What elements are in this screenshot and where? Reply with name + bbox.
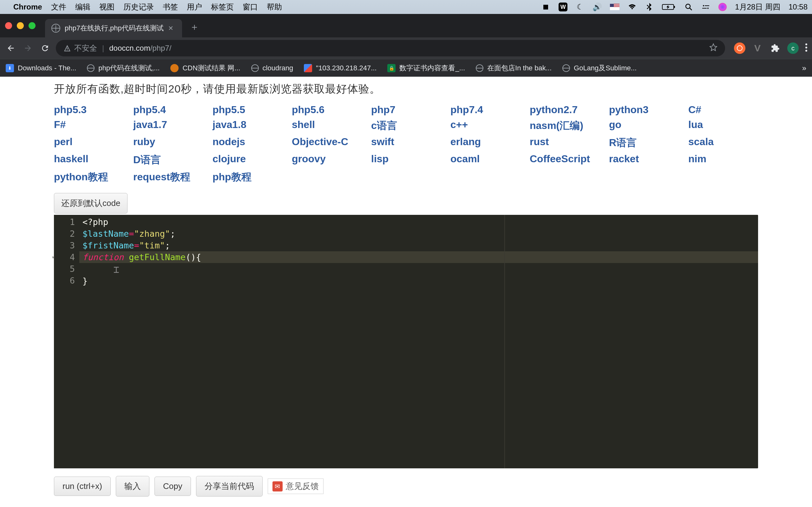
lang-link[interactable]: php7.4: [450, 104, 523, 116]
volume-icon[interactable]: 🔊: [593, 3, 602, 11]
lang-link[interactable]: python3: [609, 104, 682, 116]
menu-window[interactable]: 窗口: [243, 2, 258, 12]
globe-icon: [51, 24, 60, 33]
lang-link[interactable]: swift: [371, 136, 444, 150]
code-editor[interactable]: 1 2 3 ▾4 5 6 <?php $lastName="zhang"; $f…: [54, 215, 758, 468]
menubar-date[interactable]: 1月28日 周四: [735, 2, 780, 12]
close-icon[interactable]: ✕: [168, 24, 176, 32]
menu-history[interactable]: 历史记录: [123, 2, 154, 12]
lang-link[interactable]: racket: [609, 153, 682, 167]
stop-icon[interactable]: ⏹: [542, 3, 550, 11]
menu-user[interactable]: 用户: [187, 2, 202, 12]
share-button[interactable]: 分享当前代码: [196, 476, 263, 497]
bookmark-item[interactable]: cloudrang: [251, 64, 293, 72]
lang-link[interactable]: ruby: [133, 136, 206, 150]
menu-tabs[interactable]: 标签页: [211, 2, 234, 12]
bookmark-item[interactable]: "103.230.218.247...: [304, 64, 376, 72]
bookmark-item[interactable]: php代码在线测试,...: [87, 63, 159, 73]
code-area[interactable]: <?php $lastName="zhang"; $fristName="tim…: [79, 215, 758, 468]
line-number: 6: [54, 275, 75, 286]
lang-link[interactable]: CoffeeScript: [530, 153, 603, 167]
bookmark-item[interactable]: 在面包店In the bak...: [476, 63, 552, 73]
siri-icon[interactable]: [718, 3, 727, 11]
bookmarks-bar: ⬇Downloads - The... php代码在线测试,... CDN测试结…: [0, 59, 812, 77]
control-center-icon[interactable]: [701, 3, 710, 11]
reload-button[interactable]: [39, 42, 51, 55]
lang-link[interactable]: ocaml: [450, 153, 523, 167]
lang-link[interactable]: java1.7: [133, 119, 206, 133]
lang-link[interactable]: rust: [530, 136, 603, 150]
lang-link[interactable]: nodejs: [212, 136, 286, 150]
bookmark-item[interactable]: 🔒数字证书内容查看_...: [387, 63, 465, 73]
browser-tab[interactable]: php7在线执行,php代码在线测试 ✕: [45, 19, 182, 38]
bluetooth-icon[interactable]: [645, 3, 654, 11]
reset-code-button[interactable]: 还原到默认code: [54, 193, 128, 214]
bookmark-item[interactable]: CDN测试结果 网...: [170, 63, 240, 73]
spotlight-icon[interactable]: [684, 3, 693, 11]
extensions-icon[interactable]: [769, 43, 781, 54]
extension-icon-2[interactable]: V: [752, 43, 763, 54]
favicon-icon: [170, 64, 179, 72]
lang-link[interactable]: perl: [54, 136, 127, 150]
lang-link[interactable]: php5.6: [292, 104, 365, 116]
insecure-warning[interactable]: 不安全: [63, 43, 97, 53]
copy-button[interactable]: Copy: [154, 476, 191, 496]
lang-link[interactable]: Objective-C: [292, 136, 365, 150]
lang-link[interactable]: python2.7: [530, 104, 603, 116]
moon-icon[interactable]: ☾: [576, 3, 585, 11]
app-name[interactable]: Chrome: [13, 3, 42, 11]
input-button[interactable]: 输入: [116, 476, 149, 497]
menubar-time[interactable]: 10:58: [789, 3, 808, 11]
lang-link[interactable]: python教程: [54, 170, 127, 184]
wifi-icon[interactable]: [628, 3, 637, 11]
new-tab-button[interactable]: ＋: [190, 20, 199, 34]
menu-help[interactable]: 帮助: [267, 2, 282, 12]
window-close-button[interactable]: [5, 22, 12, 29]
window-minimize-button[interactable]: [17, 22, 24, 29]
lang-link[interactable]: php5.4: [133, 104, 206, 116]
lang-link[interactable]: D语言: [133, 153, 206, 167]
lang-link[interactable]: F#: [54, 119, 127, 133]
address-bar[interactable]: 不安全 | dooccn.com/php7/: [56, 40, 725, 56]
feedback-link[interactable]: ✉ 意见反馈: [268, 478, 323, 494]
lang-link[interactable]: php教程: [212, 170, 286, 184]
bookmark-item[interactable]: GoLang及Sublime...: [562, 63, 637, 73]
bookmark-item[interactable]: ⬇Downloads - The...: [6, 64, 76, 72]
lang-link[interactable]: shell: [292, 119, 365, 133]
lang-link[interactable]: go: [609, 119, 682, 133]
lang-link[interactable]: nasm(汇编): [530, 119, 603, 133]
lang-link[interactable]: haskell: [54, 153, 127, 167]
lang-link[interactable]: request教程: [133, 170, 206, 184]
lang-link[interactable]: php7: [371, 104, 444, 116]
run-button[interactable]: run (ctrl+x): [54, 476, 111, 496]
wps-icon[interactable]: W: [559, 3, 567, 11]
lang-link[interactable]: php5.5: [212, 104, 286, 116]
chrome-menu-button[interactable]: [805, 43, 808, 53]
lang-link[interactable]: java1.8: [212, 119, 286, 133]
window-maximize-button[interactable]: [29, 22, 36, 29]
lang-link[interactable]: C#: [688, 104, 761, 116]
lang-link[interactable]: scala: [688, 136, 761, 150]
fold-marker-icon[interactable]: ▾: [51, 251, 55, 263]
lang-link[interactable]: c++: [450, 119, 523, 133]
lang-link[interactable]: c语言: [371, 119, 444, 133]
lang-link[interactable]: groovy: [292, 153, 365, 167]
lang-link[interactable]: nim: [688, 153, 761, 167]
back-button[interactable]: [4, 42, 17, 55]
battery-icon[interactable]: [662, 3, 676, 11]
lang-link[interactable]: clojure: [212, 153, 286, 167]
lang-link[interactable]: R语言: [609, 136, 682, 150]
menu-file[interactable]: 文件: [51, 2, 66, 12]
lang-link[interactable]: lisp: [371, 153, 444, 167]
lang-link[interactable]: lua: [688, 119, 761, 133]
menu-view[interactable]: 视图: [99, 2, 114, 12]
extension-icon-1[interactable]: [734, 43, 745, 54]
menu-edit[interactable]: 编辑: [75, 2, 90, 12]
lang-link[interactable]: erlang: [450, 136, 523, 150]
bookmarks-overflow-button[interactable]: »: [802, 64, 806, 72]
menu-bookmarks[interactable]: 书签: [163, 2, 178, 12]
bookmark-star-icon[interactable]: [709, 43, 717, 53]
us-flag-icon[interactable]: [610, 4, 619, 10]
profile-avatar[interactable]: c: [787, 43, 799, 54]
lang-link[interactable]: php5.3: [54, 104, 127, 116]
